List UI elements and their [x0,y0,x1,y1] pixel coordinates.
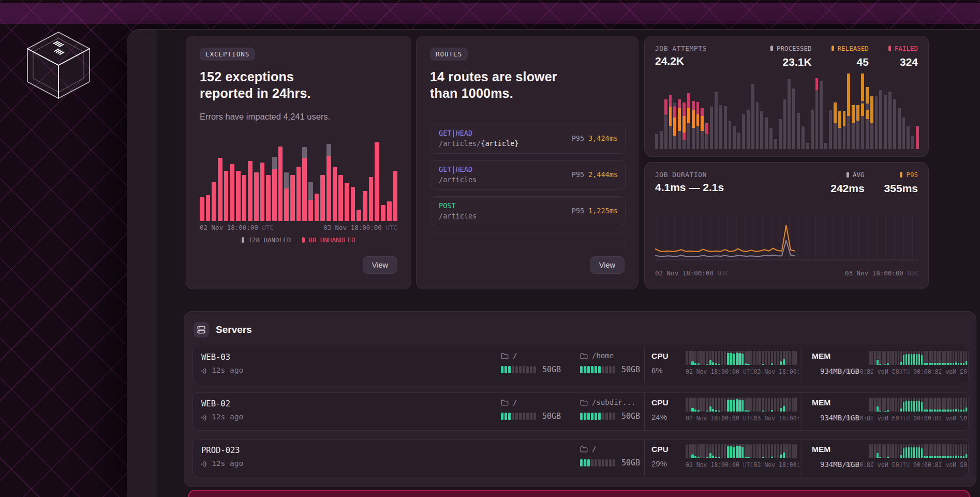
exceptions-bar [278,147,283,221]
job-attempts-bar [715,92,718,149]
cpu-axis: 02 Nov 18:00:00 UTC03 Nov 18:00:00 UTC [686,415,800,422]
job-duration-label: JOB DURATION [655,171,707,179]
job-attempts-bar [692,101,695,149]
server-name: WEB-03 [201,353,230,362]
exceptions-bar [338,175,343,221]
job-attempts-bar [801,126,805,149]
exceptions-bar [326,144,331,221]
job-attempts-bar [737,133,740,149]
route-row[interactable]: GET|HEAD/articlesP952,444ms [430,160,626,190]
server-row[interactable]: WEB-02 12s ago / 50GB [192,392,969,431]
job-duration-chart [655,212,919,262]
job-attempts-bar [696,102,700,149]
servers-panel: Servers WEB-03 12s ago / 50GB [184,311,976,487]
job-attempts-bar [765,118,768,149]
cpu-percent: 29% [651,459,667,468]
job-attempts-bar [751,84,754,149]
job-attempts-total: 24.2K [655,55,684,67]
alert-banner[interactable] [188,490,970,497]
job-attempts-bar [655,134,658,149]
disk-size: 50GB [621,412,640,421]
job-attempts-bar [866,87,869,149]
server-name: WEB-02 [201,399,230,408]
route-method: POST [439,201,456,210]
exceptions-bar [296,167,301,221]
disk-size: 50GB [542,412,561,421]
route-row[interactable]: GET|HEAD/articles/{article}P953,424ms [430,124,626,154]
disk-usage-bar [501,366,536,373]
job-duration-range: 4.1ms — 2.1s [655,181,724,194]
mem-value: 934MB/1GB [820,414,859,422]
disk-path: / [513,352,517,360]
legend-item: AVG242ms [830,171,864,195]
exceptions-bar [369,177,374,221]
job-attempts-bar [806,143,809,149]
cpu-label: CPU [651,352,669,361]
usage-mini-chart [686,444,798,458]
job-duration-x-axis: 02 Nov 18:00:00 UTC 03 Nov 18:00:00 UTC [655,269,919,277]
exceptions-legend: 128 HANDLED88 UNHANDLED [186,236,411,244]
route-path: /articles [439,176,477,184]
job-attempts-legend: PROCESSED23.1KRELEASED45FAILED324 [770,45,918,68]
cube-logo [20,26,97,104]
folder-icon [501,353,509,359]
exceptions-view-button[interactable]: View [363,256,397,274]
exceptions-bar [345,183,349,221]
cpu-label: CPU [651,398,669,407]
job-attempts-bar [687,93,690,149]
mem-label: MEM [812,352,830,361]
job-attempts-bar [664,99,667,149]
server-age: 12s ago [200,459,243,467]
server-row[interactable]: WEB-03 12s ago / 50GB [192,346,969,384]
servers-icon [194,322,209,338]
job-attempts-bar [729,121,732,149]
exceptions-bar [224,171,229,221]
job-duration-card: JOB DURATION 4.1ms — 2.1s AVG242msP95355… [644,162,929,289]
job-attempts-bar [774,139,777,149]
signal-icon [200,460,208,467]
left-rail [127,30,157,497]
servers-title: Servers [216,324,252,335]
exceptions-bar [236,171,241,221]
route-row[interactable]: POST/articlesP951,225ms [430,196,626,226]
exceptions-legend-item: 88 UNHANDLED [302,236,355,244]
routes-view-button[interactable]: View [590,256,625,274]
disk-usage-bar [501,413,536,420]
job-attempts-bar [705,123,708,149]
exceptions-card: EXCEPTIONS 152 exceptions reported in 24… [186,36,411,289]
usage-mini-chart [686,351,798,365]
exceptions-bar [284,172,289,221]
job-attempts-bar [870,96,873,149]
job-attempts-bar [733,126,736,149]
server-name: PROD-023 [201,446,240,455]
job-attempts-bar [888,92,892,149]
job-attempts-bar [792,89,795,149]
job-attempts-bar [879,90,882,149]
job-attempts-bar [902,118,905,149]
job-duration-legend: AVG242msP95355ms [830,171,918,195]
job-attempts-bar [669,95,672,149]
signal-icon [200,413,208,421]
job-attempts-bar [893,99,896,149]
exceptions-bar [206,195,211,221]
job-attempts-bar [811,110,814,149]
cpu-percent: 6% [651,366,663,375]
exceptions-bar [272,157,277,221]
disk-usage-bar [580,366,615,373]
server-age: 12s ago [200,366,243,374]
disk-path: /subdir... [592,398,635,406]
disk-usage: /home 50GB [580,346,658,384]
job-attempts-bar [838,111,841,149]
exceptions-x-axis: 02 Nov 18:00:00 UTC 03 Nov 18:00:00 UTC [200,224,397,231]
server-row[interactable]: PROD-023 12s ago / 50GB CPU29%02 Nov 18:… [192,439,969,477]
job-attempts-bar [843,111,846,149]
job-attempts-bar [875,96,878,149]
job-attempts-label: JOB ATTEMPTS [655,45,707,52]
mem-value: 934MB/1GB [820,460,859,469]
exceptions-bar [381,205,385,221]
job-attempts-bar [701,108,704,149]
exceptions-subtitle: Errors have impacted 4,241 users. [200,112,330,122]
job-attempts-bar [834,103,837,150]
job-attempts-bar [884,95,887,149]
job-attempts-bar [724,106,727,149]
